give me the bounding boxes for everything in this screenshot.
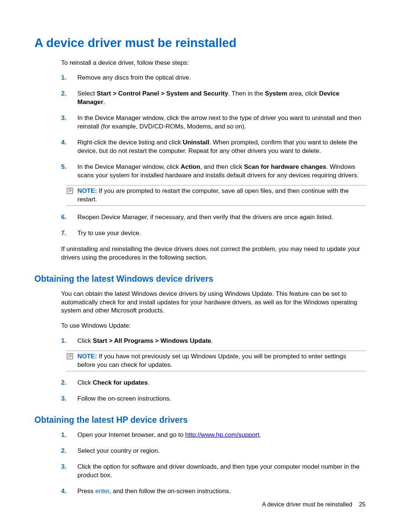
note-box: NOTE: If you are prompted to restart the…	[66, 185, 366, 206]
list-item: Click Start > All Programs > Windows Upd…	[61, 337, 366, 371]
support-link[interactable]: http://www.hp.com/support	[185, 431, 259, 438]
note-box: NOTE: If you have not previously set up …	[66, 351, 366, 371]
list-item: Select your country or region.	[61, 447, 366, 455]
list-item: Right-click the device listing and click…	[61, 138, 366, 155]
section-heading: Obtaining the latest Windows device driv…	[34, 273, 366, 285]
page-number: 25	[359, 501, 366, 508]
note-icon	[66, 352, 74, 360]
note-icon	[66, 187, 74, 194]
list-item: In the Device Manager window, click the …	[61, 114, 366, 131]
list-item: In the Device Manager window, click Acti…	[61, 163, 366, 206]
steps-list-1: Remove any discs from the optical drive.…	[61, 74, 366, 237]
section-heading: Obtaining the latest HP device drivers	[34, 414, 366, 426]
list-item: Reopen Device Manager, if necessary, and…	[61, 213, 366, 222]
page-content: A device driver must be reinstalled To r…	[0, 0, 400, 496]
footer-title: A device driver must be reinstalled	[262, 501, 353, 508]
note-label: NOTE:	[77, 187, 97, 194]
page-footer: A device driver must be reinstalled25	[262, 501, 366, 509]
note-label: NOTE:	[77, 353, 97, 360]
list-item: Select Start > Control Panel > System an…	[61, 90, 366, 107]
note-text: If you have not previously set up Window…	[77, 353, 346, 368]
list-item: Remove any discs from the optical drive.	[61, 74, 366, 82]
paragraph: You can obtain the latest Windows device…	[61, 290, 366, 315]
list-item: Try to use your device.	[61, 229, 366, 238]
list-item: Click Check for updates.	[61, 379, 366, 387]
paragraph: To use Windows Update:	[61, 322, 366, 330]
key-name: enter	[95, 488, 109, 495]
paragraph: If uninstalling and reinstalling the dev…	[61, 245, 366, 262]
note-text: If you are prompted to restart the compu…	[77, 187, 349, 203]
page-title: A device driver must be reinstalled	[34, 35, 366, 51]
list-item: Follow the on-screen instructions.	[61, 395, 366, 403]
steps-list-3: Open your Internet browser, and go to ht…	[61, 431, 366, 496]
steps-list-2: Click Start > All Programs > Windows Upd…	[61, 337, 366, 403]
list-item: Press enter, and then follow the on-scre…	[61, 487, 366, 496]
intro-text: To reinstall a device driver, follow the…	[61, 59, 366, 67]
list-item: Open your Internet browser, and go to ht…	[61, 431, 366, 439]
list-item: Click the option for software and driver…	[61, 463, 366, 480]
